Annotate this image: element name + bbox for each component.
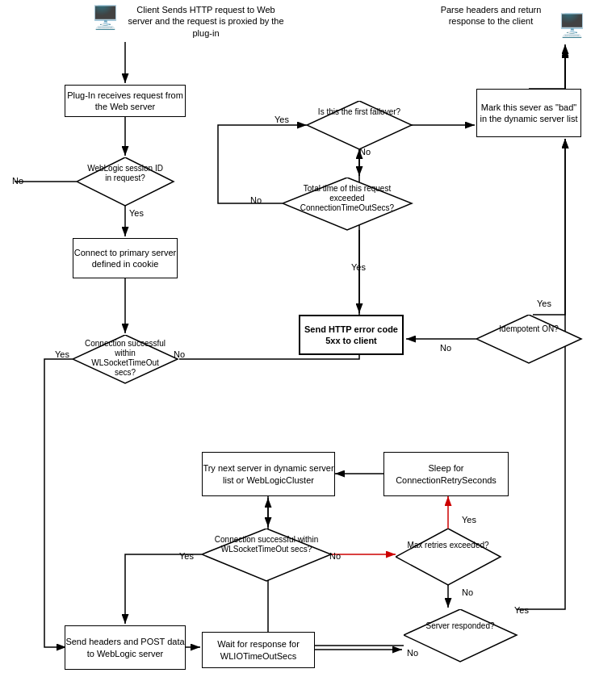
max-retries-diamond: Max retries exceeded? bbox=[396, 529, 501, 585]
client-sends-label: Client Sends HTTP request to Web server … bbox=[125, 4, 287, 39]
wait-response-box: Wait for response for WLIOTimeOutSecs bbox=[202, 632, 315, 668]
yes-label-totaltime: Yes bbox=[351, 262, 366, 272]
server-responded-label: Server responded? bbox=[412, 621, 509, 631]
weblogic-session-label: WebLogic session ID in request? bbox=[85, 164, 166, 183]
mark-bad-box: Mark this sever as "bad" in the dynamic … bbox=[476, 89, 581, 137]
svg-marker-21 bbox=[404, 609, 517, 662]
client-computer-icon: 🖥️ bbox=[85, 4, 125, 40]
connection-success2-label: Connection successful within WLSocketTim… bbox=[212, 535, 321, 554]
connect-primary-box: Connect to primary server defined in coo… bbox=[73, 238, 178, 278]
yes-label-weblogic: Yes bbox=[129, 208, 144, 218]
no-label-maxretries: No bbox=[462, 587, 473, 597]
send-headers-box: Send headers and POST data to WebLogic s… bbox=[65, 625, 186, 670]
total-time-diamond: Total time of this request exceeded Conn… bbox=[283, 178, 412, 230]
no-label-totaltime: No bbox=[250, 195, 262, 205]
idempotent-diamond: Idempotent ON? bbox=[476, 315, 581, 363]
weblogic-session-diamond: WebLogic session ID in request? bbox=[77, 157, 174, 206]
first-failover-diamond: Is this the first failover? bbox=[307, 101, 412, 149]
yes-label-serverresponded: Yes bbox=[514, 605, 529, 615]
server-computer-icon: 🖥️ bbox=[551, 12, 592, 48]
no-label-firstfailover: No bbox=[359, 147, 371, 157]
connection-success1-label: Connection successful within WLSocketTim… bbox=[81, 339, 170, 378]
connection-success2-diamond: Connection successful within WLSocketTim… bbox=[202, 529, 331, 581]
yes-label-firstfailover: Yes bbox=[274, 115, 289, 124]
parse-headers-label: Parse headers and return response to the… bbox=[430, 4, 551, 27]
send-http-error-box: Send HTTP error code 5xx to client bbox=[299, 315, 404, 355]
sleep-box: Sleep for ConnectionRetrySeconds bbox=[383, 452, 509, 496]
no-label-serverresponded: No bbox=[407, 648, 418, 658]
server-responded-diamond: Server responded? bbox=[404, 609, 517, 662]
yes-label-conn2: Yes bbox=[179, 551, 194, 561]
no-label-conn1: No bbox=[174, 349, 185, 359]
no-label-conn2: No bbox=[329, 551, 341, 561]
try-next-box: Try next server in dynamic server list o… bbox=[202, 452, 335, 496]
yes-label-idempotent: Yes bbox=[537, 299, 551, 308]
svg-marker-20 bbox=[396, 529, 501, 585]
first-failover-label: Is this the first failover? bbox=[315, 107, 404, 117]
max-retries-label: Max retries exceeded? bbox=[404, 541, 492, 550]
total-time-label: Total time of this request exceeded Conn… bbox=[295, 184, 400, 213]
yes-label-conn1: Yes bbox=[55, 349, 69, 359]
svg-marker-18 bbox=[476, 315, 581, 363]
yes-label-maxretries: Yes bbox=[462, 515, 476, 525]
idempotent-label: Idempotent ON? bbox=[484, 324, 573, 334]
connection-success1-diamond: Connection successful within WLSocketTim… bbox=[73, 335, 178, 383]
plugin-receives-box: Plug-In receives request from the Web se… bbox=[65, 85, 186, 117]
flowchart-diagram: 🖥️ Client Sends HTTP request to Web serv… bbox=[0, 0, 616, 698]
no-label-idempotent: No bbox=[440, 343, 451, 353]
no-label-weblogic: No bbox=[12, 176, 23, 186]
